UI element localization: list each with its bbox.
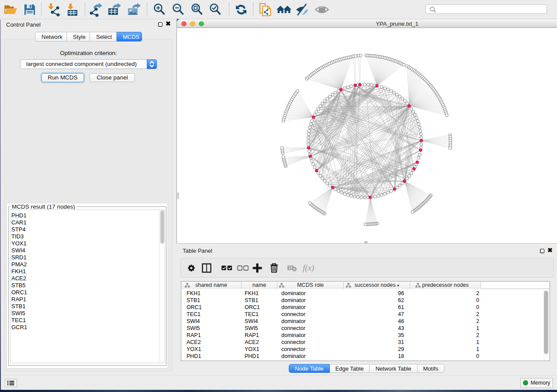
svg-text:f(x): f(x) [303,263,314,273]
